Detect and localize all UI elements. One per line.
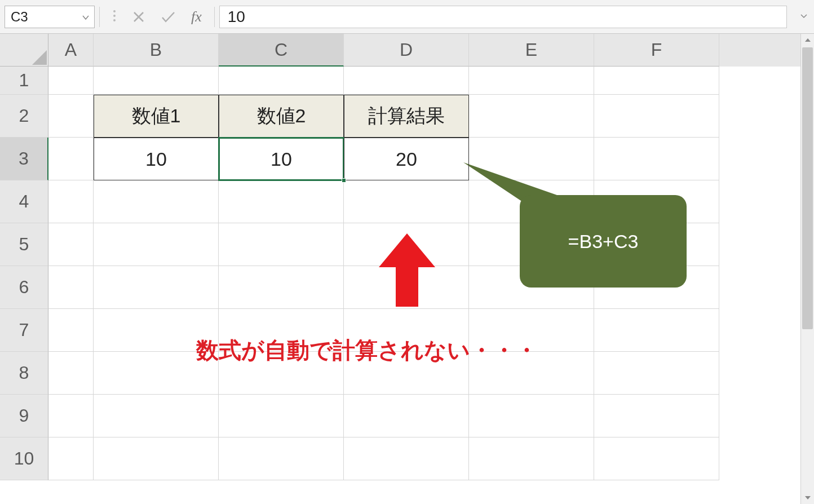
- cell-f2[interactable]: [594, 95, 719, 138]
- column-header-c[interactable]: C: [219, 34, 344, 67]
- cell-grid[interactable]: =B3+C3 数式が自動で計算されない・・・ 数値1数値2計算結果101020: [48, 67, 814, 504]
- cell-a7[interactable]: [48, 309, 94, 352]
- cell-d2[interactable]: 計算結果: [344, 95, 469, 138]
- cell-c6[interactable]: [219, 266, 344, 309]
- options-icon[interactable]: [112, 9, 117, 25]
- cell-d3[interactable]: 20: [344, 138, 469, 180]
- row-header-6[interactable]: 6: [0, 266, 48, 309]
- row-header-9[interactable]: 9: [0, 395, 48, 437]
- cell-a9[interactable]: [48, 395, 94, 437]
- cell-c9[interactable]: [219, 395, 344, 437]
- cell-value: 数値2: [257, 103, 306, 129]
- row-header-3[interactable]: 3: [0, 138, 48, 180]
- cell-c1[interactable]: [219, 67, 344, 95]
- cell-d9[interactable]: [344, 395, 469, 437]
- cell-a6[interactable]: [48, 266, 94, 309]
- annotation-text: 数式が自動で計算されない・・・: [196, 335, 538, 366]
- cell-a4[interactable]: [48, 180, 94, 223]
- svg-point-2: [113, 19, 116, 21]
- column-header-d[interactable]: D: [344, 34, 469, 67]
- cancel-icon[interactable]: [132, 11, 145, 23]
- column-header-b[interactable]: B: [94, 34, 219, 67]
- svg-point-1: [113, 15, 116, 17]
- scrollbar-track[interactable]: [801, 46, 814, 492]
- row-header-4[interactable]: 4: [0, 180, 48, 223]
- cell-f3[interactable]: [594, 138, 719, 180]
- row-header-2[interactable]: 2: [0, 95, 48, 138]
- arrow-up-icon: [379, 233, 435, 309]
- scrollbar-thumb[interactable]: [802, 47, 813, 329]
- cell-a5[interactable]: [48, 223, 94, 266]
- select-all-corner[interactable]: [0, 34, 48, 67]
- cell-b10[interactable]: [94, 437, 219, 480]
- formula-input[interactable]: 10: [219, 6, 787, 28]
- cell-d1[interactable]: [344, 67, 469, 95]
- cell-b5[interactable]: [94, 223, 219, 266]
- divider: [99, 7, 100, 27]
- cell-f1[interactable]: [594, 67, 719, 95]
- cell-c2[interactable]: 数値2: [219, 95, 344, 138]
- cell-c4[interactable]: [219, 180, 344, 223]
- cell-a2[interactable]: [48, 95, 94, 138]
- cell-e10[interactable]: [469, 437, 594, 480]
- fill-handle[interactable]: [342, 178, 346, 183]
- cell-c3[interactable]: 10: [219, 138, 344, 180]
- cell-f10[interactable]: [594, 437, 719, 480]
- row-header-5[interactable]: 5: [0, 223, 48, 266]
- cell-a8[interactable]: [48, 352, 94, 395]
- svg-point-0: [113, 10, 116, 12]
- cell-a10[interactable]: [48, 437, 94, 480]
- enter-icon[interactable]: [161, 11, 175, 23]
- name-box-dropdown-icon[interactable]: [82, 9, 90, 25]
- divider: [214, 7, 215, 27]
- cell-a3[interactable]: [48, 138, 94, 180]
- cell-reference: C3: [11, 9, 28, 25]
- cell-b2[interactable]: 数値1: [94, 95, 219, 138]
- cell-e1[interactable]: [469, 67, 594, 95]
- cell-b9[interactable]: [94, 395, 219, 437]
- column-header-f[interactable]: F: [594, 34, 719, 67]
- column-header-e[interactable]: E: [469, 34, 594, 67]
- cell-value: 20: [396, 148, 417, 170]
- cell-e9[interactable]: [469, 395, 594, 437]
- cell-a1[interactable]: [48, 67, 94, 95]
- row-header-8[interactable]: 8: [0, 352, 48, 395]
- column-header-a[interactable]: A: [48, 34, 94, 67]
- callout-text: =B3+C3: [568, 231, 639, 253]
- formula-bar: C3 fx 10: [0, 0, 814, 34]
- cell-value: 10: [145, 148, 167, 170]
- cell-c5[interactable]: [219, 223, 344, 266]
- spreadsheet: 12345678910 ABCDEF =B3+C3 数式が自動で計算されない・・…: [0, 34, 814, 504]
- row-headers: 12345678910: [0, 67, 48, 480]
- cell-value: 10: [271, 148, 292, 170]
- cell-b1[interactable]: [94, 67, 219, 95]
- cell-c10[interactable]: [219, 437, 344, 480]
- left-pane: 12345678910: [0, 34, 48, 504]
- cell-d4[interactable]: [344, 180, 469, 223]
- scroll-down-icon[interactable]: [801, 492, 814, 504]
- cell-e2[interactable]: [469, 95, 594, 138]
- vertical-scrollbar[interactable]: [800, 34, 814, 504]
- scroll-up-icon[interactable]: [801, 34, 814, 46]
- cell-b6[interactable]: [94, 266, 219, 309]
- row-header-7[interactable]: 7: [0, 309, 48, 352]
- cell-value: 数値1: [132, 103, 181, 129]
- formula-value: 10: [228, 8, 245, 26]
- cell-b3[interactable]: 10: [94, 138, 219, 180]
- formula-callout: =B3+C3: [520, 195, 687, 288]
- expand-formula-bar-icon[interactable]: [799, 11, 808, 23]
- cell-b4[interactable]: [94, 180, 219, 223]
- cell-f9[interactable]: [594, 395, 719, 437]
- cell-f8[interactable]: [594, 352, 719, 395]
- grid-wrap: ABCDEF =B3+C3 数式が自動で計算されない・・・ 数値1数値2計算結果…: [48, 34, 814, 504]
- cell-value: 計算結果: [368, 103, 445, 129]
- cell-f7[interactable]: [594, 309, 719, 352]
- row-header-1[interactable]: 1: [0, 67, 48, 95]
- column-headers: ABCDEF: [48, 34, 814, 67]
- formula-bar-icons: fx: [104, 8, 210, 25]
- fx-icon[interactable]: fx: [191, 8, 202, 25]
- cell-d10[interactable]: [344, 437, 469, 480]
- name-box[interactable]: C3: [5, 6, 95, 28]
- row-header-10[interactable]: 10: [0, 437, 48, 480]
